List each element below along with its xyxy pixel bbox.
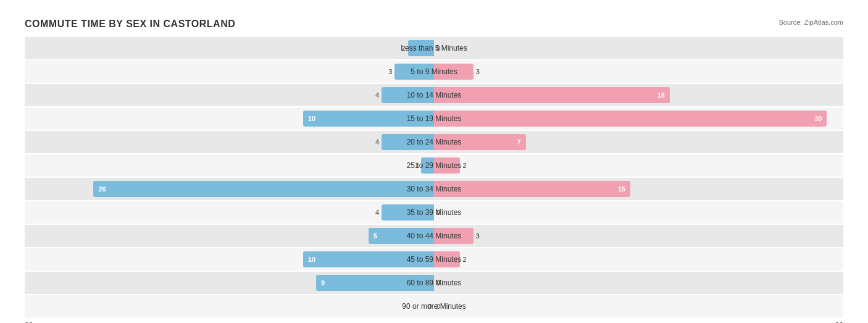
female-outer-value: 0 (436, 44, 440, 52)
female-bar (434, 251, 460, 267)
table-row: 9060 to 89 Minutes (25, 272, 843, 294)
chart-container: COMMUTE TIME BY SEX IN CASTORLAND Source… (12, 12, 856, 323)
table-row: 261530 to 34 Minutes (25, 178, 843, 200)
male-bar (382, 134, 434, 150)
table-row: 1225 to 29 Minutes (25, 154, 843, 177)
male-bar: 10 (303, 111, 434, 127)
female-bar: 30 (434, 111, 827, 127)
male-bar: 10 (303, 251, 434, 267)
chart-source: Source: ZipAtlas.com (778, 19, 843, 26)
table-row: 10245 to 59 Minutes (25, 248, 843, 271)
male-outer-value: 4 (375, 209, 379, 216)
table-row: 7420 to 24 Minutes (25, 131, 843, 153)
male-bar (394, 64, 434, 80)
female-outer-value: 2 (462, 162, 466, 169)
female-outer-value: 3 (476, 232, 480, 240)
female-value-inside: 7 (514, 138, 523, 146)
male-bar (408, 40, 434, 56)
male-outer-value: 4 (375, 91, 379, 99)
female-value-inside: 18 (655, 91, 667, 99)
female-bar (434, 157, 460, 174)
female-outer-value: 3 (476, 68, 480, 75)
female-outer-value: 0 (436, 279, 440, 287)
row-label: 90 or more Minutes (402, 302, 465, 311)
male-outer-value: 3 (388, 68, 392, 75)
female-outer-value: 0 (436, 303, 440, 310)
female-bar: 7 (434, 134, 526, 150)
male-outer-value: 4 (375, 138, 379, 146)
male-bar: 9 (316, 275, 434, 291)
female-value-inside: 30 (812, 115, 824, 122)
table-row: 335 to 9 Minutes (25, 61, 843, 83)
female-bar (434, 64, 474, 80)
female-bar: 15 (434, 181, 630, 197)
male-outer-value: 2 (401, 44, 405, 52)
male-outer-value: 0 (428, 303, 432, 310)
table-row: 20Less than 5 Minutes (25, 37, 843, 59)
chart-title: COMMUTE TIME BY SEX IN CASTORLAND (25, 19, 235, 30)
axis-labels: 30 30 (25, 319, 843, 323)
male-value-inside: 9 (319, 279, 327, 287)
female-outer-value: 2 (462, 256, 466, 263)
table-row: 18410 to 14 Minutes (25, 84, 843, 106)
male-value-inside: 26 (96, 185, 108, 193)
female-value-inside: 15 (616, 185, 628, 193)
chart-area: 20Less than 5 Minutes335 to 9 Minutes184… (25, 37, 843, 317)
female-outer-value: 0 (436, 209, 440, 216)
female-bar: 18 (434, 87, 670, 103)
male-bar (382, 204, 434, 220)
male-bar (421, 157, 434, 174)
male-bar (382, 87, 434, 103)
male-bar: 5 (369, 228, 434, 244)
male-outer-value: 1 (415, 162, 419, 169)
male-value-inside: 10 (306, 115, 318, 122)
table-row: 4035 to 39 Minutes (25, 201, 843, 224)
male-value-inside: 5 (371, 232, 380, 240)
table-row: 0090 or more Minutes (25, 295, 843, 317)
table-row: 103015 to 19 Minutes (25, 107, 843, 130)
male-value-inside: 10 (306, 256, 318, 263)
chart-header: COMMUTE TIME BY SEX IN CASTORLAND Source… (25, 19, 843, 30)
table-row: 5340 to 44 Minutes (25, 225, 843, 247)
female-bar (434, 228, 474, 244)
male-bar: 26 (93, 181, 434, 197)
